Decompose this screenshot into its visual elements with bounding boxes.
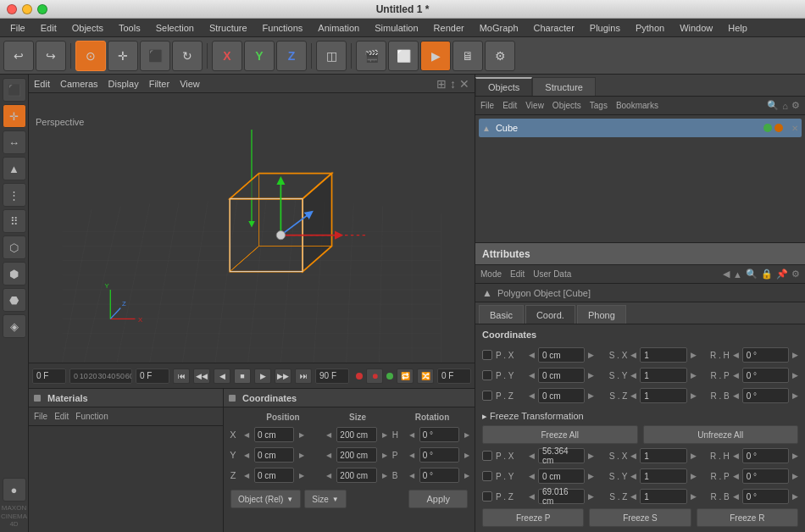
pz-down[interactable]: ◀ <box>529 391 535 400</box>
py-down[interactable]: ◀ <box>529 371 535 380</box>
x-rot-down[interactable]: ◀ <box>408 431 416 439</box>
py-value[interactable]: 0 cm <box>538 368 585 383</box>
render-btn[interactable]: ▶ <box>420 41 451 71</box>
viewport-container[interactable]: Edit Cameras Display Filter View ⊞ ↕ ✕ P… <box>29 75 475 363</box>
obj-tags[interactable]: Tags <box>590 101 608 110</box>
x-pos-up[interactable]: ▶ <box>297 431 306 439</box>
sidebar-btn-sphere[interactable]: ● <box>3 478 26 502</box>
z-rotation[interactable]: 0 ° <box>419 468 459 483</box>
y-rotation[interactable]: 0 ° <box>419 447 459 463</box>
z-size[interactable]: 200 cm <box>336 468 376 483</box>
menu-selection[interactable]: Selection <box>149 21 201 35</box>
attr-fwd-icon[interactable]: ▲ <box>733 269 742 280</box>
max-frame[interactable]: 0 F <box>437 369 471 384</box>
fpz-checkbox[interactable] <box>482 491 492 502</box>
freeze-p-btn[interactable]: Freeze P <box>482 508 584 527</box>
record-btn[interactable]: ⏺ <box>366 369 383 384</box>
obj-home-icon[interactable]: ⌂ <box>782 101 788 111</box>
rh-down[interactable]: ◀ <box>733 351 739 359</box>
menu-tools[interactable]: Tools <box>112 21 147 35</box>
attr-search-icon[interactable]: 🔍 <box>746 269 758 280</box>
menu-file[interactable]: File <box>3 21 32 35</box>
rotate-tool[interactable]: ↻ <box>172 41 203 71</box>
sy-value[interactable]: 1 <box>640 368 686 383</box>
rb-down[interactable]: ◀ <box>733 391 739 400</box>
redo-button[interactable]: ↪ <box>36 41 66 71</box>
camera-btn[interactable]: 🎬 <box>356 41 386 71</box>
frame-current[interactable]: 0 F <box>32 369 66 384</box>
attr-mode[interactable]: Mode <box>480 269 502 279</box>
vp-menu-edit[interactable]: Edit <box>34 79 50 89</box>
menu-animation[interactable]: Animation <box>311 21 366 35</box>
sidebar-btn-10[interactable]: ◈ <box>3 314 26 338</box>
z-rot-down[interactable]: ◀ <box>408 472 416 479</box>
py-checkbox[interactable] <box>482 370 492 380</box>
loop-btn[interactable]: 🔁 <box>397 369 414 384</box>
minimize-button[interactable] <box>22 4 32 14</box>
vp-icon-1[interactable]: ⊞ <box>436 77 447 91</box>
rp-down[interactable]: ◀ <box>733 371 739 380</box>
py-up[interactable]: ▶ <box>588 371 594 380</box>
menu-functions[interactable]: Functions <box>256 21 310 35</box>
sidebar-btn-9[interactable]: ⬣ <box>3 288 26 312</box>
frh-value[interactable]: 0 ° <box>742 448 789 463</box>
x-size[interactable]: 200 cm <box>336 427 376 442</box>
px-value[interactable]: 0 cm <box>538 347 585 363</box>
sidebar-btn-1[interactable]: ⬛ <box>3 78 26 102</box>
mat-file[interactable]: File <box>34 412 47 421</box>
fpy-value[interactable]: 0 cm <box>538 468 585 484</box>
unfreeze-all-btn[interactable]: Unfreeze All <box>643 425 799 444</box>
z-size-up[interactable]: ▶ <box>380 472 389 479</box>
play-btn[interactable]: ▶ <box>254 369 271 384</box>
freeze-r-btn[interactable]: Freeze R <box>697 508 798 527</box>
attr-tab-phong[interactable]: Phong <box>577 305 626 324</box>
menu-character[interactable]: Character <box>527 21 581 35</box>
sx-down[interactable]: ◀ <box>630 351 636 359</box>
y-pos-down[interactable]: ◀ <box>242 452 251 459</box>
sz-down[interactable]: ◀ <box>630 391 636 400</box>
fsx-value[interactable]: 1 <box>640 448 686 463</box>
frp-value[interactable]: 0 ° <box>742 468 789 484</box>
fsx-down[interactable]: ◀ <box>630 452 636 460</box>
fpy-down[interactable]: ◀ <box>529 472 535 480</box>
next-frame-btn[interactable]: ⏭ <box>295 369 312 384</box>
fsy-up[interactable]: ▶ <box>691 472 697 480</box>
rh-up[interactable]: ▶ <box>792 351 798 359</box>
fsz-up[interactable]: ▶ <box>691 492 697 501</box>
timeline-start[interactable]: 0 F <box>136 369 169 384</box>
bounce-btn[interactable]: 🔀 <box>417 369 434 384</box>
fsx-up[interactable]: ▶ <box>691 452 697 460</box>
fsy-value[interactable]: 1 <box>640 468 686 484</box>
next-keyframe-btn[interactable]: ▶▶ <box>275 369 291 384</box>
mat-function[interactable]: Function <box>75 412 108 421</box>
select-tool[interactable]: ⊙ <box>75 41 106 71</box>
fpz-up[interactable]: ▶ <box>588 492 594 501</box>
freeze-all-btn[interactable]: Freeze All <box>482 425 638 444</box>
fpy-up[interactable]: ▶ <box>588 472 594 480</box>
vp-menu-filter[interactable]: Filter <box>149 79 169 89</box>
menu-plugins[interactable]: Plugins <box>583 21 627 35</box>
sz-up[interactable]: ▶ <box>691 391 697 400</box>
menu-mograph[interactable]: MoGraph <box>473 21 525 35</box>
y-position[interactable]: 0 cm <box>254 447 294 463</box>
px-up[interactable]: ▶ <box>588 351 594 359</box>
obj-edit[interactable]: Edit <box>502 101 517 110</box>
obj-settings-icon[interactable]: ⚙ <box>791 100 800 111</box>
frh-up[interactable]: ▶ <box>792 452 798 460</box>
prev-frame-btn[interactable]: ⏮ <box>173 369 190 384</box>
sidebar-btn-3[interactable]: ↔ <box>3 130 26 154</box>
frb-down[interactable]: ◀ <box>733 492 739 501</box>
obj-bookmarks[interactable]: Bookmarks <box>616 101 658 110</box>
z-pos-down[interactable]: ◀ <box>242 472 251 479</box>
sidebar-btn-7[interactable]: ⬡ <box>3 236 26 259</box>
mat-edit[interactable]: Edit <box>54 412 69 421</box>
fsz-down[interactable]: ◀ <box>630 492 636 501</box>
x-rot-up[interactable]: ▶ <box>463 431 471 439</box>
z-position[interactable]: 0 cm <box>254 468 294 483</box>
maximize-button[interactable] <box>37 4 47 14</box>
px-down[interactable]: ◀ <box>529 351 535 359</box>
z-rot-up[interactable]: ▶ <box>463 472 471 479</box>
obj-cube-row[interactable]: ▲ Cube ✕ <box>479 119 802 137</box>
sidebar-btn-4[interactable]: ▲ <box>3 157 26 180</box>
vp-icon-3[interactable]: ✕ <box>459 77 469 91</box>
